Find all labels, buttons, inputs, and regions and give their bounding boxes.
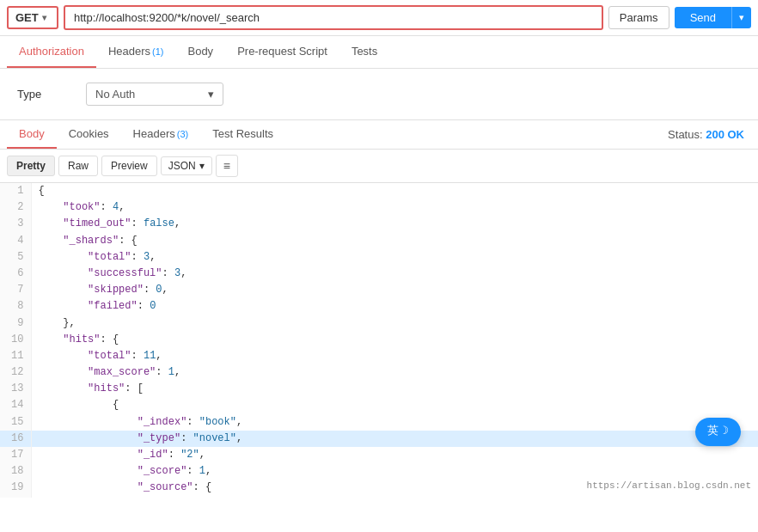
response-tab-body[interactable]: Body bbox=[7, 120, 57, 149]
line-content: "total": 11, bbox=[31, 348, 758, 364]
auth-type-label: Type bbox=[17, 88, 69, 101]
table-row: 14 { bbox=[0, 397, 758, 413]
send-btn-group: Send ▾ bbox=[675, 7, 751, 28]
line-number: 5 bbox=[0, 249, 31, 266]
table-row: 17 "_id": "2", bbox=[0, 447, 758, 463]
params-button[interactable]: Params bbox=[608, 6, 669, 29]
translate-button[interactable]: 英 ☽ bbox=[695, 418, 741, 446]
format-chevron-icon: ▾ bbox=[199, 160, 205, 172]
method-label: GET bbox=[15, 11, 39, 24]
table-row: 6 "successful": 3, bbox=[0, 266, 758, 282]
auth-section: Type No Auth ▾ bbox=[0, 69, 758, 120]
line-content: "_shards": { bbox=[31, 233, 758, 249]
top-bar: GET ▾ Params Send ▾ bbox=[0, 0, 758, 36]
view-raw-button[interactable]: Raw bbox=[58, 156, 98, 176]
line-content: "took": 4, bbox=[31, 199, 758, 216]
line-content: "_index": "book", bbox=[31, 414, 758, 431]
line-number: 14 bbox=[0, 397, 31, 413]
tab-authorization[interactable]: Authorization bbox=[7, 36, 96, 68]
line-content: "total": 3, bbox=[31, 249, 758, 266]
line-number: 17 bbox=[0, 447, 31, 463]
method-dropdown[interactable]: GET ▾ bbox=[7, 6, 58, 29]
table-row: 20 "word_count": 2000, bbox=[0, 497, 758, 498]
line-content: "max_score": 1, bbox=[31, 364, 758, 381]
line-number: 11 bbox=[0, 348, 31, 364]
tab-headers[interactable]: Headers(1) bbox=[96, 36, 176, 68]
line-content: "failed": 0 bbox=[31, 298, 758, 315]
table-row: 1{ bbox=[0, 183, 758, 199]
send-button[interactable]: Send bbox=[675, 7, 731, 28]
table-row: 3 "timed_out": false, bbox=[0, 216, 758, 232]
method-chevron-icon: ▾ bbox=[42, 13, 46, 22]
code-table: 1{2 "took": 4,3 "timed_out": false,4 "_s… bbox=[0, 183, 758, 498]
status-value: 200 OK bbox=[706, 128, 744, 141]
auth-row: Type No Auth ▾ bbox=[17, 83, 741, 106]
line-content: "timed_out": false, bbox=[31, 216, 758, 232]
request-tabs: Authorization Headers(1) Body Pre-reques… bbox=[0, 36, 758, 69]
line-content: "word_count": 2000, bbox=[31, 497, 758, 498]
response-tabs-row: Body Cookies Headers(3) Test Results Sta… bbox=[0, 120, 758, 150]
line-number: 19 bbox=[0, 480, 31, 496]
table-row: 11 "total": 11, bbox=[0, 348, 758, 364]
line-number: 18 bbox=[0, 463, 31, 480]
tab-body[interactable]: Body bbox=[175, 36, 225, 68]
view-row: Pretty Raw Preview JSON ▾ ≡ bbox=[0, 150, 758, 183]
response-tab-headers[interactable]: Headers(3) bbox=[121, 120, 201, 149]
view-pretty-button[interactable]: Pretty bbox=[7, 156, 55, 176]
response-tabs-left: Body Cookies Headers(3) Test Results bbox=[7, 120, 668, 149]
translate-icon: 英 bbox=[707, 423, 718, 441]
tab-tests[interactable]: Tests bbox=[339, 36, 389, 68]
view-preview-button[interactable]: Preview bbox=[101, 156, 157, 176]
response-area: Body Cookies Headers(3) Test Results Sta… bbox=[0, 120, 758, 498]
line-content: "skipped": 0, bbox=[31, 282, 758, 298]
code-area[interactable]: 1{2 "took": 4,3 "timed_out": false,4 "_s… bbox=[0, 183, 758, 498]
table-row: 7 "skipped": 0, bbox=[0, 282, 758, 298]
table-row: 8 "failed": 0 bbox=[0, 298, 758, 315]
line-number: 20 bbox=[0, 497, 31, 498]
table-row: 9 }, bbox=[0, 315, 758, 332]
table-row: 5 "total": 3, bbox=[0, 249, 758, 266]
table-row: 12 "max_score": 1, bbox=[0, 364, 758, 381]
table-row: 16 "_type": "novel", bbox=[0, 431, 758, 447]
line-content: }, bbox=[31, 315, 758, 332]
table-row: 15 "_index": "book", bbox=[0, 414, 758, 431]
line-content: "hits": [ bbox=[31, 381, 758, 397]
line-number: 8 bbox=[0, 298, 31, 315]
line-number: 15 bbox=[0, 414, 31, 431]
line-number: 6 bbox=[0, 266, 31, 282]
line-content: "_type": "novel", bbox=[31, 431, 758, 447]
line-number: 13 bbox=[0, 381, 31, 397]
format-select[interactable]: JSON ▾ bbox=[161, 156, 212, 175]
line-content: { bbox=[31, 397, 758, 413]
line-number: 12 bbox=[0, 364, 31, 381]
response-tab-test-results[interactable]: Test Results bbox=[200, 120, 285, 149]
tab-pre-request[interactable]: Pre-request Script bbox=[225, 36, 339, 68]
line-content: "_score": 1, bbox=[31, 463, 758, 480]
table-row: 13 "hits": [ bbox=[0, 381, 758, 397]
wrap-button[interactable]: ≡ bbox=[216, 155, 238, 177]
line-number: 9 bbox=[0, 315, 31, 332]
line-content: "hits": { bbox=[31, 332, 758, 348]
status-area: Status: 200 OK bbox=[668, 128, 751, 141]
line-content: "successful": 3, bbox=[31, 266, 758, 282]
line-number: 4 bbox=[0, 233, 31, 249]
line-number: 7 bbox=[0, 282, 31, 298]
format-value: JSON bbox=[168, 160, 196, 172]
line-content: "_id": "2", bbox=[31, 447, 758, 463]
line-number: 2 bbox=[0, 199, 31, 216]
auth-chevron-icon: ▾ bbox=[208, 88, 214, 101]
auth-type-select[interactable]: No Auth ▾ bbox=[86, 83, 223, 106]
line-number: 3 bbox=[0, 216, 31, 232]
line-number: 10 bbox=[0, 332, 31, 348]
status-label: Status: bbox=[668, 128, 702, 141]
line-number: 1 bbox=[0, 183, 31, 199]
table-row: 4 "_shards": { bbox=[0, 233, 758, 249]
url-input[interactable] bbox=[64, 5, 603, 30]
send-dropdown-button[interactable]: ▾ bbox=[731, 7, 751, 28]
line-number: 16 bbox=[0, 431, 31, 447]
table-row: 2 "took": 4, bbox=[0, 199, 758, 216]
table-row: 10 "hits": { bbox=[0, 332, 758, 348]
watermark: https://artisan.blog.csdn.net bbox=[587, 479, 751, 494]
moon-icon: ☽ bbox=[722, 423, 729, 441]
response-tab-cookies[interactable]: Cookies bbox=[57, 120, 121, 149]
